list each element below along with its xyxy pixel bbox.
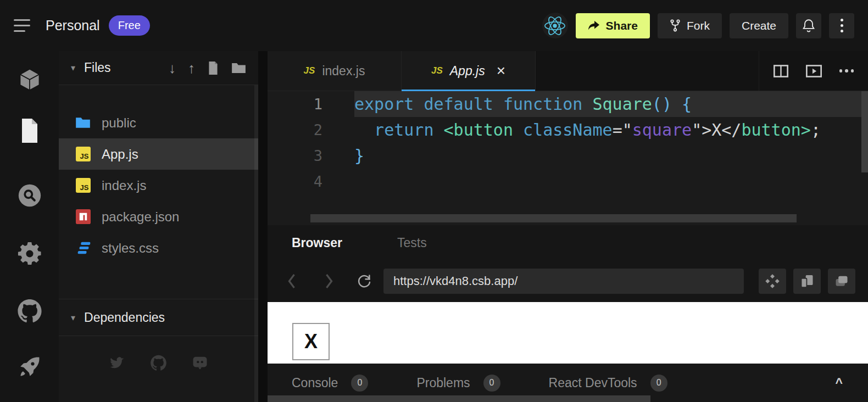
download-icon[interactable]: ↓ <box>169 61 176 75</box>
file-name: index.js <box>102 178 146 193</box>
dependencies-section-header[interactable]: ▾ Dependencies <box>59 299 258 336</box>
tab-indexjs[interactable]: JS index.js <box>268 51 402 91</box>
statusbar-scrollbar[interactable] <box>268 395 650 402</box>
editor-more-icon[interactable] <box>839 69 854 72</box>
editor-view-controls <box>759 51 868 91</box>
code-line[interactable]: 4 <box>268 169 868 194</box>
react-logo-button[interactable] <box>542 13 568 38</box>
chevron-down-icon[interactable]: ▾ <box>71 63 75 73</box>
react-devtools-tab[interactable]: React DevTools 0 <box>549 375 667 392</box>
editor-tabbar: JS index.js JS App.js × <box>268 51 868 91</box>
file-row-indexjs[interactable]: JS index.js <box>59 170 258 201</box>
code-line[interactable]: 3 } <box>268 143 868 169</box>
editor-horizontal-scrollbar[interactable] <box>310 214 797 222</box>
new-file-icon[interactable] <box>207 61 219 75</box>
line-number: 2 <box>268 117 322 143</box>
js-tab-icon: JS <box>431 65 443 76</box>
files-section-title: Files <box>84 60 111 75</box>
fork-label: Fork <box>687 19 710 32</box>
tab-tests[interactable]: Tests <box>397 236 427 250</box>
editor-region: JS index.js JS App.js × <box>268 51 868 402</box>
tab-label: App.js <box>450 64 485 79</box>
console-count-badge: 0 <box>351 375 368 392</box>
windows-icon <box>834 273 849 289</box>
line-number: 3 <box>268 143 322 169</box>
upload-icon[interactable]: ↑ <box>188 61 195 75</box>
react-devtools-label: React DevTools <box>549 376 637 390</box>
rail-item-search[interactable] <box>0 183 59 208</box>
preview-toggle-icon[interactable] <box>806 65 822 77</box>
discord-icon[interactable] <box>191 355 209 371</box>
preview-tabs: Browser Tests <box>268 225 868 260</box>
npm-file-icon <box>75 209 91 224</box>
responsive-mode-button[interactable] <box>793 269 821 294</box>
kebab-icon <box>841 19 843 32</box>
activity-rail <box>0 51 59 402</box>
js-file-icon: JS <box>75 147 91 161</box>
codesandbox-app: Personal Free Share <box>0 0 868 402</box>
browser-preview-viewport: X <box>268 302 868 364</box>
file-row-public[interactable]: public <box>59 107 258 138</box>
new-folder-icon[interactable] <box>231 62 246 74</box>
file-row-appjs[interactable]: JS App.js <box>59 138 258 170</box>
chevron-down-icon[interactable]: ▾ <box>71 312 75 323</box>
diamonds-icon <box>764 273 781 289</box>
workspace-selector[interactable]: Personal <box>46 18 100 34</box>
square-button[interactable]: X <box>292 323 330 360</box>
preview-settings-button[interactable] <box>759 269 786 294</box>
twitter-icon[interactable] <box>108 355 126 371</box>
devtools-statusbar: Console 0 Problems 0 React DevTools 0 ^ <box>268 364 868 402</box>
rail-item-settings[interactable] <box>0 241 59 266</box>
forward-button[interactable] <box>318 273 341 289</box>
notifications-button[interactable] <box>796 13 821 38</box>
more-options-button[interactable] <box>829 13 854 38</box>
problems-label: Problems <box>416 376 470 390</box>
fork-button[interactable]: Fork <box>658 13 722 38</box>
rail-item-files[interactable] <box>0 118 59 143</box>
editor-vertical-scrollbar[interactable] <box>861 91 868 172</box>
tab-browser[interactable]: Browser <box>292 236 342 250</box>
explorer-scrollbar[interactable] <box>254 85 258 402</box>
hamburger-menu-icon[interactable] <box>14 19 31 32</box>
file-name: package.json <box>102 209 179 225</box>
rail-item-sandbox[interactable] <box>0 68 59 93</box>
split-view-icon[interactable] <box>774 65 788 77</box>
back-button[interactable] <box>280 273 303 289</box>
code-line-content <box>354 169 868 194</box>
file-name: public <box>102 115 136 131</box>
code-line-content: } <box>354 143 868 169</box>
close-tab-icon[interactable]: × <box>497 63 505 79</box>
plan-badge: Free <box>109 15 150 36</box>
chevron-right-icon <box>324 273 335 289</box>
fork-icon <box>670 19 681 32</box>
js-tab-icon: JS <box>304 65 315 76</box>
open-in-new-window-button[interactable] <box>828 269 855 294</box>
url-input[interactable] <box>383 269 744 294</box>
console-tab[interactable]: Console 0 <box>292 375 368 392</box>
header-actions: Share Fork Create <box>542 13 854 38</box>
refresh-button[interactable] <box>353 273 376 289</box>
code-line[interactable]: 1 export default function Square() { <box>268 91 868 117</box>
cube-icon <box>18 68 42 93</box>
line-number: 4 <box>268 169 322 194</box>
file-row-packagejson[interactable]: package.json <box>59 201 258 232</box>
js-file-icon: JS <box>75 178 91 193</box>
files-section-header[interactable]: ▾ Files ↓ ↑ <box>59 51 258 85</box>
problems-tab[interactable]: Problems 0 <box>416 375 500 392</box>
create-button[interactable]: Create <box>730 13 788 38</box>
code-line[interactable]: 2 return <button className="square">X</b… <box>268 117 868 143</box>
rail-item-github[interactable] <box>0 298 59 323</box>
code-line-content: return <button className="square">X</but… <box>354 117 868 143</box>
top-header: Personal Free Share <box>0 0 868 51</box>
share-arrow-icon <box>588 20 600 31</box>
file-row-stylescss[interactable]: styles.css <box>59 232 258 264</box>
github-link-icon[interactable] <box>150 355 167 371</box>
tab-appjs[interactable]: JS App.js × <box>402 51 536 91</box>
browser-navbar <box>268 260 868 302</box>
share-button[interactable]: Share <box>576 13 650 38</box>
rail-item-deploy[interactable] <box>0 354 59 379</box>
files-actions: ↓ ↑ <box>169 61 246 75</box>
collapse-panel-icon[interactable]: ^ <box>836 376 843 390</box>
code-editor[interactable]: 1 export default function Square() { 2 r… <box>268 91 868 225</box>
react-devtools-count-badge: 0 <box>650 375 667 392</box>
